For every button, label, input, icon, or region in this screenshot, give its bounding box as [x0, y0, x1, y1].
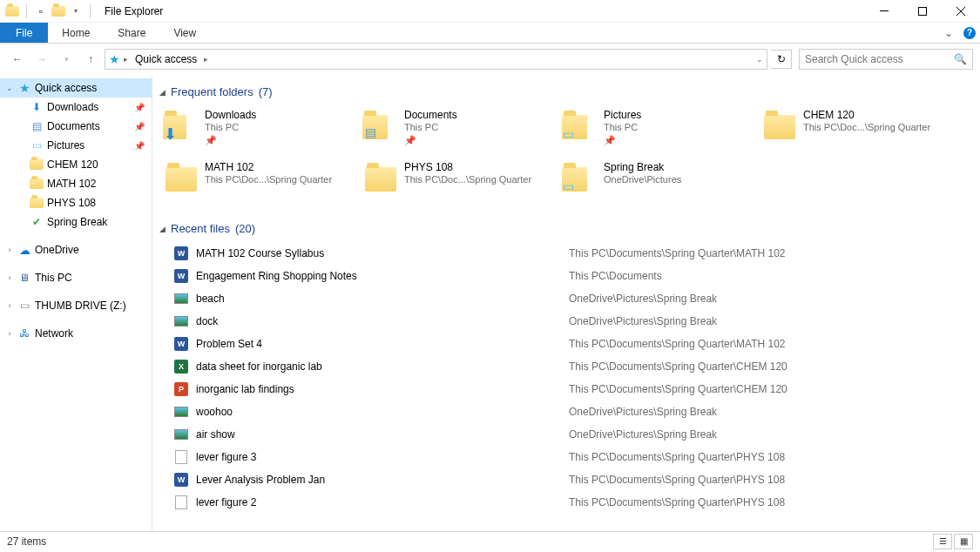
help-button[interactable]: ? — [959, 23, 980, 43]
sidebar-quick-access[interactable]: ⌄ ★ Quick access — [0, 78, 152, 98]
file-name: lever figure 2 — [196, 496, 562, 508]
file-path: This PC\Documents — [569, 270, 662, 282]
sidebar-thumb-drive[interactable]: › ▭ THUMB DRIVE (Z:) — [0, 296, 152, 315]
frequent-folder-tile[interactable]: MATH 102This PC\Doc...\Spring Quarter — [159, 158, 355, 208]
file-name: beach — [196, 293, 562, 305]
close-button[interactable] — [942, 0, 980, 23]
back-button[interactable]: ← — [7, 49, 28, 70]
folder-name: MATH 102 — [205, 161, 332, 173]
sidebar-item[interactable]: MATH 102 — [0, 174, 152, 193]
folder-icon — [362, 161, 399, 198]
tab-home[interactable]: Home — [48, 23, 104, 43]
sidebar-item[interactable]: ▤Documents📌 — [0, 117, 152, 136]
file-path: This PC\Documents\Spring Quarter\CHEM 12… — [569, 383, 787, 395]
frequent-folder-tile[interactable]: ▭Spring BreakOneDrive\Pictures — [558, 158, 754, 208]
sidebar-network[interactable]: › 🖧 Network — [0, 324, 152, 343]
sidebar-item[interactable]: ✔Spring Break — [0, 212, 152, 232]
file-name: air show — [196, 428, 562, 441]
recent-file-row[interactable]: WEngagement Ring Shopping NotesThis PC\D… — [159, 265, 970, 287]
recent-file-row[interactable]: WProblem Set 4This PC\Documents\Spring Q… — [159, 333, 970, 355]
recent-file-row[interactable]: WMATH 102 Course SyllabusThis PC\Documen… — [159, 242, 970, 265]
folder-icon — [30, 158, 44, 172]
sidebar-label: Network — [35, 327, 73, 340]
frequent-folder-tile[interactable]: ▤DocumentsThis PC📌 — [359, 105, 555, 156]
sidebar-label: THUMB DRIVE (Z:) — [35, 300, 126, 312]
downloads-icon: ⬇ — [30, 100, 44, 114]
file-path: This PC\Documents\Spring Quarter\PHYS 10… — [569, 496, 785, 508]
pin-icon: 📌 — [134, 122, 145, 131]
status-bar: 27 items ☰ ▦ — [0, 531, 980, 550]
details-view-button[interactable]: ☰ — [933, 534, 952, 549]
network-icon: 🖧 — [17, 326, 31, 340]
frequent-folders-header[interactable]: ◢ Frequent folders (7) — [159, 85, 970, 98]
refresh-button[interactable]: ↻ — [771, 50, 792, 69]
address-bar[interactable]: ★ ▸ Quick access ▸ ⌄ — [105, 49, 767, 70]
breadcrumb-root[interactable]: Quick access — [132, 53, 200, 65]
forward-button[interactable]: → — [31, 49, 52, 70]
image-icon — [174, 293, 188, 304]
recent-file-row[interactable]: beachOneDrive\Pictures\Spring Break — [159, 287, 970, 310]
recent-file-row[interactable]: Pinorganic lab findingsThis PC\Documents… — [159, 378, 970, 401]
collapse-icon[interactable]: ◢ — [159, 88, 166, 97]
crumb-separator-icon[interactable]: ▸ — [204, 55, 208, 64]
qat-newfolder-icon[interactable] — [51, 4, 65, 18]
up-button[interactable]: ↑ — [80, 49, 101, 70]
collapse-icon[interactable]: ◢ — [159, 225, 166, 233]
pin-icon: 📌 — [604, 135, 641, 146]
file-name: Lever Analysis Problem Jan — [196, 474, 562, 486]
sidebar-this-pc[interactable]: › 🖥 This PC — [0, 268, 152, 287]
app-icon — [5, 4, 19, 18]
recent-file-row[interactable]: Xdata sheet for inorganic labThis PC\Doc… — [159, 355, 970, 378]
recent-locations-button[interactable]: ▾ — [56, 49, 77, 70]
tab-view[interactable]: View — [159, 23, 210, 43]
status-item-count: 27 items — [7, 535, 46, 548]
file-path: OneDrive\Pictures\Spring Break — [569, 428, 717, 441]
recent-file-row[interactable]: woohooOneDrive\Pictures\Spring Break — [159, 401, 970, 423]
folder-name: PHYS 108 — [404, 161, 531, 173]
folder-path: This PC — [404, 122, 457, 132]
frequent-folder-tile[interactable]: ⬇DownloadsThis PC📌 — [159, 105, 355, 156]
tab-file[interactable]: File — [0, 23, 48, 43]
recent-files-header[interactable]: ◢ Recent files (20) — [159, 222, 970, 235]
sidebar-item-label: Documents — [47, 120, 100, 132]
chevron-right-icon[interactable]: › — [5, 246, 14, 254]
sidebar-item[interactable]: ⬇Downloads📌 — [0, 98, 152, 117]
tab-share[interactable]: Share — [104, 23, 159, 43]
file-icon — [175, 450, 187, 464]
address-dropdown-icon[interactable]: ⌄ — [756, 55, 763, 64]
recent-file-row[interactable]: lever figure 3This PC\Documents\Spring Q… — [159, 446, 970, 468]
ribbon-collapse-icon[interactable]: ⌄ — [938, 23, 959, 43]
large-icons-view-button[interactable]: ▦ — [954, 534, 973, 549]
folder-path: This PC — [604, 122, 641, 132]
chevron-right-icon[interactable]: › — [5, 301, 14, 310]
maximize-button[interactable] — [903, 0, 942, 23]
search-input[interactable]: Search Quick access 🔍 — [799, 49, 973, 70]
frequent-folder-tile[interactable]: ▭PicturesThis PC📌 — [558, 105, 754, 156]
folder-name: Pictures — [604, 109, 641, 121]
sidebar-item[interactable]: ▭Pictures📌 — [0, 136, 152, 155]
frequent-folder-tile[interactable]: PHYS 108This PC\Doc...\Spring Quarter — [359, 158, 555, 208]
sidebar-item-label: PHYS 108 — [47, 197, 96, 209]
folder-path: This PC\Doc...\Spring Quarter — [404, 174, 531, 185]
navigation-pane: ⌄ ★ Quick access ⬇Downloads📌▤Documents📌▭… — [0, 75, 152, 531]
ribbon: File Home Share View ⌄ ? — [0, 23, 980, 44]
qat-dropdown-icon[interactable]: ▾ — [69, 4, 83, 18]
sidebar-onedrive[interactable]: › ☁ OneDrive — [0, 240, 152, 259]
recent-file-row[interactable]: lever figure 2This PC\Documents\Spring Q… — [159, 491, 970, 514]
qat-properties-icon[interactable]: ▫ — [34, 4, 48, 18]
recent-file-row[interactable]: air showOneDrive\Pictures\Spring Break — [159, 423, 970, 446]
recent-file-row[interactable]: dockOneDrive\Pictures\Spring Break — [159, 310, 970, 333]
quick-access-icon: ★ — [109, 52, 120, 66]
minimize-button[interactable] — [865, 0, 903, 23]
file-name: lever figure 3 — [196, 451, 562, 463]
folder-name: CHEM 120 — [803, 109, 930, 121]
sidebar-item[interactable]: CHEM 120 — [0, 155, 152, 174]
crumb-separator-icon[interactable]: ▸ — [124, 55, 128, 64]
chevron-right-icon[interactable]: › — [5, 329, 14, 338]
sidebar-item[interactable]: PHYS 108 — [0, 193, 152, 212]
chevron-right-icon[interactable]: › — [5, 273, 14, 282]
sidebar-label: Quick access — [35, 82, 97, 94]
frequent-folder-tile[interactable]: CHEM 120This PC\Doc...\Spring Quarter — [758, 105, 954, 156]
recent-file-row[interactable]: WLever Analysis Problem JanThis PC\Docum… — [159, 468, 970, 491]
chevron-down-icon[interactable]: ⌄ — [5, 84, 14, 92]
